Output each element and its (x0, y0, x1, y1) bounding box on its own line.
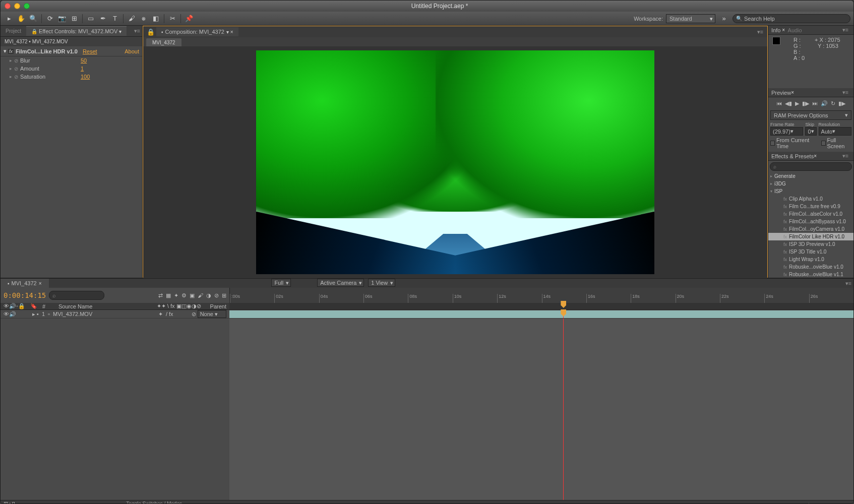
effect-prop-saturation[interactable]: ▸⊘ Saturation 100 (1, 73, 142, 81)
hand-tool-icon[interactable]: ✋ (16, 13, 27, 24)
window-maximize-button[interactable] (24, 3, 30, 9)
ep-item[interactable]: fx FilmCol...oyCamera v1.0 (768, 225, 853, 233)
prev-frame-icon[interactable]: ◀▮ (785, 100, 792, 107)
effect-header[interactable]: ▾fx FilmCol...Like HDR v1.0 Reset About (1, 46, 142, 56)
next-frame-icon[interactable]: ▮▶ (802, 100, 809, 107)
last-frame-icon[interactable]: ⏭ (812, 100, 818, 106)
effect-breadcrumb: MVI_4372 • MVI_4372.MOV (1, 37, 142, 46)
mute-icon[interactable]: 🔊 (821, 100, 828, 107)
footage-tab[interactable]: MVI_4372 (146, 38, 181, 46)
type-tool-icon[interactable]: T (109, 13, 120, 24)
ram-preview-dropdown[interactable]: RAM Preview Options (770, 110, 851, 120)
full-screen-checkbox[interactable] (821, 141, 826, 146)
tl-ico-8[interactable]: ⊘ (214, 292, 219, 299)
panel-menu-icon[interactable]: ▾≡ (132, 28, 142, 34)
info-menu-icon[interactable]: ▾≡ (840, 27, 850, 33)
window-minimize-button[interactable] (14, 3, 20, 9)
view-dropdown[interactable]: 1 View (368, 279, 395, 287)
composition-panel-menu-icon[interactable]: ▾≡ (755, 29, 765, 35)
project-tab[interactable]: Project (1, 27, 26, 35)
ep-item[interactable]: fx Clip Alpha v1.0 (768, 195, 853, 203)
tl-footer-ico-1[interactable]: ⊞ (4, 500, 8, 504)
ruler-tick: 02s (274, 294, 319, 303)
pen-tool-icon[interactable]: ✒ (97, 13, 108, 24)
toggle-switches-button[interactable]: Toggle Switches / Modes (126, 501, 182, 504)
frame-rate-input[interactable]: (29.97)▾ (770, 127, 803, 136)
rectangle-tool-icon[interactable]: ▭ (85, 13, 96, 24)
comp-lock-icon[interactable]: 🔒 (145, 26, 156, 37)
clone-stamp-tool-icon[interactable]: ⎈ (138, 13, 149, 24)
first-frame-icon[interactable]: ⏮ (776, 100, 782, 106)
composition-viewer[interactable] (143, 46, 767, 278)
from-current-checkbox[interactable] (770, 141, 775, 146)
timeline-ruler[interactable]: :00s02s04s06s08s10s12s14s16s18s20s22s24s… (229, 288, 853, 303)
ep-item[interactable]: fx ISP 3D Preview v1.0 (768, 240, 853, 248)
tl-footer-ico-2[interactable]: ⎌ (8, 501, 12, 505)
ep-item[interactable]: fx FilmColor Like HDR v1.0 (768, 233, 853, 240)
eraser-tool-icon[interactable]: ◧ (150, 13, 161, 24)
right-sidebar: Info × Audio ▾≡ R :G :B : A : 0 + X : 20… (768, 26, 853, 278)
tl-footer-ico-3[interactable]: {} (12, 501, 15, 505)
layer-bar[interactable] (229, 310, 853, 318)
ep-menu-icon[interactable]: ▾≡ (840, 153, 850, 159)
effect-about-link[interactable]: About (125, 48, 139, 54)
zoom-tool-icon[interactable]: 🔍 (28, 13, 39, 24)
composition-tab[interactable]: ▪ Composition: MVI_4372 ▾ × (156, 27, 238, 36)
preview-menu-icon[interactable]: ▾≡ (840, 89, 850, 96)
zoom-slider[interactable]: ▬▲▬▬▬▬▬▬▬ (801, 501, 850, 505)
brush-tool-icon[interactable]: 🖌 (126, 13, 137, 24)
effects-presets-header[interactable]: Effects & Presets ×▾≡ (768, 152, 853, 161)
window-close-button[interactable] (5, 3, 11, 9)
ruler-tick: 04s (319, 294, 363, 303)
loop-icon[interactable]: ↻ (831, 100, 835, 107)
ep-item[interactable]: fx Robuske...ovieBlue v1.0 (768, 263, 853, 271)
ep-category[interactable]: ▸ i3DG (768, 180, 853, 187)
roto-brush-tool-icon[interactable]: ✂ (167, 13, 178, 24)
skip-input[interactable]: 0▾ (805, 127, 816, 136)
parent-dropdown[interactable]: None ▾ (198, 310, 226, 318)
camera-dropdown[interactable]: Active Camera (317, 279, 364, 287)
timeline-menu-icon[interactable]: ▾≡ (843, 280, 853, 287)
camera-tool-icon[interactable]: 📷 (56, 13, 68, 24)
timeline-layer-row[interactable]: 👁🔊 ▸ ▪ 1 ▫ MVI_4372.MOV ✦ / fx ⊘ None ▾ (1, 310, 853, 319)
effect-reset-link[interactable]: Reset (83, 48, 97, 54)
timeline-search-input[interactable]: ⌕ (49, 291, 104, 300)
ep-item[interactable]: fx FilmCol...alseColor v1.0 (768, 210, 853, 218)
workspace-menu-icon[interactable]: » (718, 13, 729, 24)
pan-behind-tool-icon[interactable]: ⊞ (69, 13, 80, 24)
playhead-line[interactable] (563, 319, 564, 500)
tl-ico-7[interactable]: ◑ (206, 292, 211, 299)
tl-ico-6[interactable]: 🖌 (198, 292, 203, 299)
effect-controls-tab[interactable]: 🔒 Effect Controls: MVI_4372.MOV ▾ (26, 26, 127, 36)
effects-search-input[interactable]: ⌕ (770, 162, 852, 171)
ep-item[interactable]: fx ISP 3D Title v1.0 (768, 248, 853, 256)
ep-item[interactable]: fx Film Co...ture free v0.9 (768, 203, 853, 210)
tl-ico-2[interactable]: ▦ (166, 292, 171, 299)
tl-ico-5[interactable]: ▣ (190, 292, 195, 299)
ep-item[interactable]: fx Light Wrap v1.0 (768, 256, 853, 263)
tl-ico-4[interactable]: ⚙ (181, 292, 187, 299)
ep-item[interactable]: fx Robuske...ovieBlue v1.1 (768, 271, 853, 278)
search-help-input[interactable]: Search Help (733, 14, 850, 23)
tl-ico-9[interactable]: ⊞ (222, 292, 226, 299)
workspace-dropdown[interactable]: Standard (666, 14, 715, 23)
ep-category[interactable]: ▾ ISP (768, 187, 853, 195)
effect-prop-blur[interactable]: ▸⊘ Blur 50 (1, 56, 142, 65)
info-panel-header[interactable]: Info × Audio ▾≡ (768, 26, 853, 35)
tl-ico-1[interactable]: ⇄ (158, 292, 163, 299)
tl-ico-3[interactable]: ✦ (174, 292, 178, 299)
timeline-tab[interactable]: ▪ MVI_4372 × (1, 279, 49, 288)
info-panel: R :G :B : A : 0 + X : 2075 Y : 1053 (768, 35, 853, 63)
puppet-tool-icon[interactable]: 📌 (184, 13, 195, 24)
resolution-dropdown[interactable]: Full (271, 279, 291, 287)
rotation-tool-icon[interactable]: ⟳ (44, 13, 55, 24)
ram-preview-icon[interactable]: ▮▶ (838, 100, 845, 107)
selection-tool-icon[interactable]: ▸ (4, 13, 15, 24)
preview-panel-header[interactable]: Preview ×▾≡ (768, 88, 853, 97)
effect-prop-amount[interactable]: ▸⊘ Amount 1 (1, 65, 142, 73)
play-icon[interactable]: ▶ (795, 100, 799, 107)
timeline-current-time[interactable]: 0:00:14:15 (4, 291, 46, 299)
ep-category[interactable]: ▸ Generate (768, 172, 853, 180)
resolution-input[interactable]: Auto▾ (819, 127, 851, 136)
ep-item[interactable]: fx FilmCol...achBypass v1.0 (768, 218, 853, 225)
